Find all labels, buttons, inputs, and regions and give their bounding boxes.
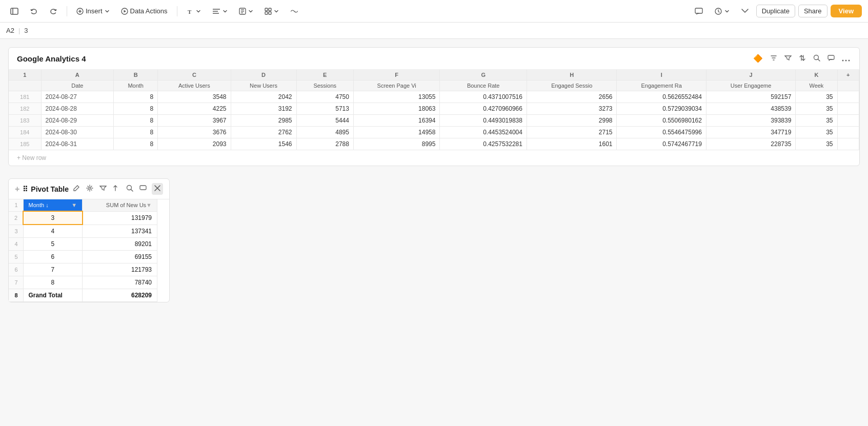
- pivot-col-a-dropdown[interactable]: ▼: [71, 202, 77, 208]
- new-row-button[interactable]: + New row: [9, 150, 859, 166]
- user-engagement-cell[interactable]: 393839: [706, 115, 795, 127]
- bounce-rate-cell[interactable]: 0.4371007516: [440, 91, 527, 103]
- active-users-cell[interactable]: 3548: [158, 91, 231, 103]
- pivot-edit-icon[interactable]: [72, 184, 81, 194]
- new-users-cell[interactable]: 1546: [231, 138, 296, 150]
- bounce-rate-cell[interactable]: 0.4493019838: [440, 115, 527, 127]
- search-icon[interactable]: [812, 53, 821, 64]
- engagement-rate-cell[interactable]: 0.5729039034: [617, 103, 706, 115]
- pivot-sum-cell[interactable]: 78740: [83, 276, 157, 289]
- week-cell[interactable]: 35: [796, 91, 837, 103]
- screen-page-cell[interactable]: 18063: [353, 103, 440, 115]
- comment2-icon[interactable]: [826, 53, 836, 64]
- screen-page-cell[interactable]: 16394: [353, 115, 440, 127]
- more-options-icon[interactable]: [841, 53, 851, 64]
- new-users-cell[interactable]: 2042: [231, 91, 296, 103]
- new-users-cell[interactable]: 3192: [231, 103, 296, 115]
- active-users-cell[interactable]: 3967: [158, 115, 231, 127]
- flame-icon[interactable]: 🔶: [752, 53, 764, 64]
- pivot-drag-handle[interactable]: ⠿: [23, 185, 28, 193]
- pivot-col-b-dropdown[interactable]: ▼: [146, 202, 152, 208]
- user-engagement-cell[interactable]: 592157: [706, 91, 795, 103]
- pivot-sum-cell[interactable]: 131979: [83, 211, 157, 225]
- sessions-cell[interactable]: 2788: [296, 138, 353, 150]
- pivot-month-cell[interactable]: 7: [23, 263, 83, 276]
- pivot-sum-cell[interactable]: 69155: [83, 251, 157, 263]
- date-cell[interactable]: 2024-08-29: [41, 115, 114, 127]
- pivot-sort-icon[interactable]: [112, 184, 121, 194]
- month-cell[interactable]: 8: [114, 103, 158, 115]
- active-users-cell[interactable]: 2093: [158, 138, 231, 150]
- user-engagement-cell[interactable]: 228735: [706, 138, 795, 150]
- screen-page-cell[interactable]: 8995: [353, 138, 440, 150]
- present-button[interactable]: [737, 5, 753, 17]
- week-cell[interactable]: 35: [796, 138, 837, 150]
- sessions-cell[interactable]: 5713: [296, 103, 353, 115]
- pivot-sum-cell[interactable]: 121793: [83, 263, 157, 276]
- date-cell[interactable]: 2024-08-28: [41, 103, 114, 115]
- sidebar-toggle-button[interactable]: [6, 5, 23, 17]
- pivot-col-b-header[interactable]: SUM of New Us ▼: [83, 199, 157, 211]
- bounce-rate-cell[interactable]: 0.4453524004: [440, 127, 527, 138]
- share-button[interactable]: Share: [798, 5, 827, 17]
- pivot-filter-icon[interactable]: [98, 184, 108, 194]
- customize-icon[interactable]: [769, 53, 778, 64]
- week-cell[interactable]: 35: [796, 103, 837, 115]
- active-users-cell[interactable]: 3676: [158, 127, 231, 138]
- user-engagement-cell[interactable]: 438539: [706, 103, 795, 115]
- pivot-search-icon[interactable]: [125, 184, 134, 194]
- engaged-sessions-cell[interactable]: 2715: [527, 127, 617, 138]
- col-plus-header[interactable]: +: [837, 70, 859, 80]
- pivot-more-icon[interactable]: [152, 183, 163, 195]
- engagement-rate-cell[interactable]: 0.5742467719: [617, 138, 706, 150]
- month-cell[interactable]: 8: [114, 115, 158, 127]
- pivot-sum-cell[interactable]: 137341: [83, 225, 157, 238]
- engaged-sessions-cell[interactable]: 1601: [527, 138, 617, 150]
- engaged-sessions-cell[interactable]: 2656: [527, 91, 617, 103]
- active-users-cell[interactable]: 4225: [158, 103, 231, 115]
- month-cell[interactable]: 8: [114, 138, 158, 150]
- month-cell[interactable]: 8: [114, 91, 158, 103]
- pivot-sum-cell[interactable]: 89201: [83, 238, 157, 251]
- undo-button[interactable]: [26, 5, 42, 17]
- pivot-month-cell[interactable]: 4: [23, 225, 83, 238]
- sessions-cell[interactable]: 4750: [296, 91, 353, 103]
- date-cell[interactable]: 2024-08-27: [41, 91, 114, 103]
- sessions-cell[interactable]: 4895: [296, 127, 353, 138]
- date-cell[interactable]: 2024-08-30: [41, 127, 114, 138]
- view-mode-button[interactable]: [260, 6, 283, 17]
- pivot-month-cell[interactable]: 8: [23, 276, 83, 289]
- duplicate-button[interactable]: Duplicate: [756, 5, 795, 17]
- month-cell[interactable]: 8: [114, 127, 158, 138]
- view-button[interactable]: View: [831, 5, 862, 17]
- engaged-sessions-cell[interactable]: 3273: [527, 103, 617, 115]
- engagement-rate-cell[interactable]: 0.5546475996: [617, 127, 706, 138]
- sort-icon[interactable]: [798, 53, 807, 64]
- insert-button[interactable]: Insert: [72, 5, 114, 17]
- screen-page-cell[interactable]: 13055: [353, 91, 440, 103]
- engagement-rate-cell[interactable]: 0.5506980162: [617, 115, 706, 127]
- bounce-rate-cell[interactable]: 0.4257532281: [440, 138, 527, 150]
- pivot-add-btn[interactable]: +: [15, 185, 19, 194]
- pivot-month-cell[interactable]: 3: [23, 211, 83, 225]
- redo-button[interactable]: [45, 5, 62, 17]
- screen-page-cell[interactable]: 14958: [353, 127, 440, 138]
- week-cell[interactable]: 35: [796, 115, 837, 127]
- filter-icon[interactable]: [783, 53, 793, 64]
- extra-button[interactable]: [286, 6, 302, 16]
- engaged-sessions-cell[interactable]: 2998: [527, 115, 617, 127]
- pivot-customize-icon[interactable]: [85, 184, 94, 194]
- format-button[interactable]: [235, 6, 257, 17]
- pivot-month-cell[interactable]: 6: [23, 251, 83, 263]
- user-engagement-cell[interactable]: 347719: [706, 127, 795, 138]
- sessions-cell[interactable]: 5444: [296, 115, 353, 127]
- new-users-cell[interactable]: 2985: [231, 115, 296, 127]
- pivot-col-a-header[interactable]: Month ↓ ▼: [23, 199, 83, 211]
- history-button[interactable]: [710, 5, 734, 17]
- pivot-month-cell[interactable]: 5: [23, 238, 83, 251]
- font-button[interactable]: T: [183, 6, 205, 17]
- comment-button[interactable]: [691, 5, 707, 17]
- engagement-rate-cell[interactable]: 0.5626552484: [617, 91, 706, 103]
- week-cell[interactable]: 35: [796, 127, 837, 138]
- bounce-rate-cell[interactable]: 0.4270960966: [440, 103, 527, 115]
